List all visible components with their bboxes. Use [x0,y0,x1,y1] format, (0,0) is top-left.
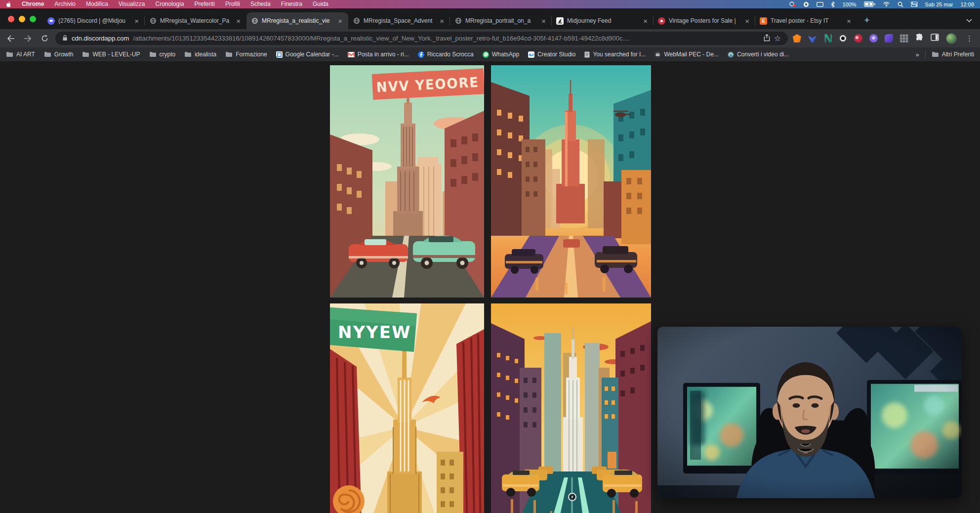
globe-favicon-icon [454,17,462,25]
lock-icon[interactable] [62,35,68,43]
page-content: NVV YEOORE [0,61,980,513]
midjourney-grid-image[interactable]: NVV YEOORE [330,65,651,513]
back-button[interactable] [5,33,17,44]
bookmark-ai-art[interactable]: AI ART [6,51,35,58]
menu-item-preferiti[interactable]: Preferiti [195,0,215,8]
tab-close-icon[interactable]: × [235,17,242,25]
forward-button[interactable] [22,33,34,44]
share-icon[interactable] [764,34,770,43]
bookmark-crypto[interactable]: crypto [149,51,176,58]
bookmark-you-searched[interactable]: You searched for I... [584,51,646,58]
bookmarks-right-group: » Altri Preferiti [915,50,974,58]
tab-close-icon[interactable]: × [540,17,547,25]
window-minimize-button[interactable] [19,16,25,22]
tab-mrregista-space[interactable]: MRregista_Space_Advent × [348,12,450,29]
folder-icon [44,51,51,57]
tab-discord[interactable]: (2765) Discord | @Midjou × [43,12,145,29]
chrome-toolbar: cdn.discordapp.com /attachments/10135123… [0,29,980,47]
tab-close-icon[interactable]: × [743,17,751,25]
bluetooth-icon[interactable] [831,1,835,7]
window-close-button[interactable] [8,16,14,22]
etsy-favicon-icon: E [760,17,767,25]
apple-logo-icon[interactable] [6,1,11,7]
obs-icon[interactable] [803,1,809,7]
wings-extension-icon[interactable] [808,34,817,43]
menu-item-finestra[interactable]: Finestra [281,0,302,8]
tab-mrregista-portrait[interactable]: MRregista_portrait_on_a × [450,12,552,29]
extensions-puzzle-icon[interactable] [915,33,924,43]
bookmark-web-level-up[interactable]: WEB - LEVEL-UP [82,51,140,58]
red-key-extension-icon[interactable] [854,34,862,43]
menu-item-chrome[interactable]: Chrome [22,0,44,8]
screen: Chrome Archivio Modifica Visualizza Cron… [0,0,980,513]
reload-button[interactable] [39,33,50,44]
chrome-tab-strip: (2765) Discord | @Midjou × MRregista_Wat… [0,8,980,29]
battery-icon[interactable] [864,1,875,7]
bookmark-formazione[interactable]: Formazione [225,51,267,58]
purple-circle-extension-icon[interactable] [869,34,878,43]
bookmark-label: You searched for I... [593,51,646,58]
menu-item-profili[interactable]: Profili [225,0,240,8]
menu-item-scheda[interactable]: Scheda [250,0,271,8]
profile-avatar[interactable] [946,33,957,44]
bookmark-converti-video[interactable]: Converti i video di... [728,51,789,58]
control-center-icon[interactable] [911,1,918,7]
menu-item-archivio[interactable]: Archivio [54,0,76,8]
side-panel-icon[interactable] [931,34,939,43]
zoom-cursor [568,493,576,501]
metamask-extension-icon[interactable] [793,34,801,43]
bookmark-label: Converti i video di... [737,51,789,58]
folder-icon [225,51,233,57]
poster-image-top-right[interactable] [491,65,651,298]
tab-etsy-travel-poster[interactable]: E Travel poster - Etsy IT × [755,12,857,29]
bookmark-growth[interactable]: Growth [44,51,74,58]
clock-date-label[interactable]: Sab 25 mar [925,1,953,7]
screen-record-icon[interactable] [789,1,796,7]
window-controls [0,8,43,29]
display-mirroring-icon[interactable] [817,2,823,7]
tab-close-icon[interactable]: × [336,17,344,25]
bookmark-webmail-pec[interactable]: WebMail PEC - De... [654,51,718,58]
black-circle-extension-icon[interactable] [839,34,847,43]
tab-vintage-posters[interactable]: Vintage Posters for Sale | × [653,12,755,29]
tab-mrregista-a-realistic-active[interactable]: MRregista_a_realistic_vie × [246,12,348,29]
chrome-menu-kebab-icon[interactable]: ⋮ [964,34,975,43]
menu-item-cronologia[interactable]: Cronologia [156,0,184,8]
tab-mrregista-watercolor[interactable]: MRregista_Watercolor_Pa × [145,12,246,29]
poster-image-bottom-left[interactable]: NYYEW [330,303,484,513]
spotlight-search-icon[interactable] [898,1,903,7]
bookmark-idealista[interactable]: idealista [184,51,216,58]
window-zoom-button[interactable] [30,16,36,22]
macos-menu-bar: Chrome Archivio Modifica Visualizza Cron… [0,0,980,8]
purple-blob-extension-icon[interactable] [885,34,893,43]
new-tab-button[interactable]: + [860,13,874,27]
menu-item-guida[interactable]: Guida [313,0,328,8]
bookmark-gmail[interactable]: Posta in arrivo - ri... [348,51,409,58]
tab-close-icon[interactable]: × [642,17,649,25]
address-bar[interactable]: cdn.discordapp.com /attachments/10135123… [55,32,788,45]
tab-close-icon[interactable]: × [438,17,446,25]
battery-percent-label: 100% [842,1,856,7]
poster-image-top-left[interactable]: NVV YEOORE [330,65,484,298]
bookmark-creator-studio[interactable]: Creator Studio [528,51,575,58]
tab-midjourney-feed[interactable]: Midjourney Feed × [552,12,653,29]
bookmark-facebook[interactable]: Riccardo Scrocca [418,51,474,58]
grid-extension-icon[interactable] [900,34,908,43]
tab-close-icon[interactable]: × [133,17,140,25]
bookmark-google-calendar[interactable]: Google Calendar -... [276,51,339,58]
tab-search-chevron-icon[interactable] [966,15,972,24]
bookmark-whatsapp[interactable]: WhatsApp [483,51,519,58]
bookmarks-overflow-chevron[interactable]: » [915,51,919,58]
wifi-icon[interactable] [883,1,890,7]
poster-image-bottom-right[interactable] [491,303,651,513]
menu-item-visualizza[interactable]: Visualizza [119,0,145,8]
bookmark-label: WEB - LEVEL-UP [92,51,140,58]
bookmark-altri-preferiti[interactable]: Altri Preferiti [932,51,974,58]
tab-close-icon[interactable]: × [845,17,853,25]
bookmark-label: Altri Preferiti [942,51,974,58]
n-green-extension-icon[interactable] [823,34,832,43]
bookmark-star-icon[interactable]: ☆ [774,34,781,43]
menu-item-modifica[interactable]: Modifica [86,0,108,8]
clock-time-label[interactable]: 12:08 [960,1,974,7]
poster-title-banner-green: NYYEW [330,307,417,352]
